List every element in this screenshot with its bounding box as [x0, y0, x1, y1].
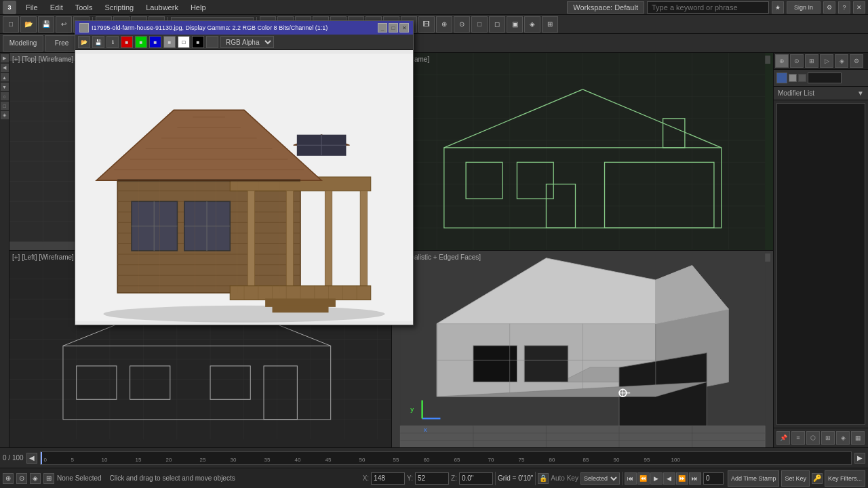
set-key-btn[interactable]: Set Key: [781, 470, 810, 487]
rp-mesh-icon[interactable]: ⬡: [806, 431, 820, 445]
menu-tools[interactable]: Tools: [70, 2, 98, 13]
rp-tab-hierarchy[interactable]: ⊞: [805, 54, 818, 68]
menu-scripting[interactable]: Scripting: [99, 2, 139, 13]
modifier-dropdown-arrow[interactable]: ▼: [857, 89, 864, 97]
lock-icon[interactable]: 🔒: [538, 473, 549, 484]
menu-file[interactable]: File: [20, 2, 43, 13]
sidebar-icon-7[interactable]: ◈: [1, 111, 9, 119]
autokey-mode-select[interactable]: Selected: [580, 472, 620, 485]
freeform-btn[interactable]: Free: [45, 35, 79, 52]
sidebar-icon-2[interactable]: ◀: [1, 64, 9, 72]
color-hex-input[interactable]: [808, 73, 842, 83]
close-app-icon[interactable]: ✕: [853, 1, 865, 14]
anim-btn[interactable]: 🎞: [418, 16, 435, 33]
go-to-start-btn[interactable]: ⏮: [625, 472, 637, 485]
rp-tab-utilities[interactable]: ⚙: [850, 54, 863, 68]
bookmark-icon[interactable]: ★: [772, 1, 784, 14]
search-input[interactable]: [647, 1, 769, 14]
next-frame-btn[interactable]: ⏩: [676, 472, 688, 485]
viewport-bottom-right[interactable]: [e] [Realistic + Edged Faces]: [392, 251, 774, 448]
dialog-gray-btn[interactable]: ■: [163, 36, 176, 48]
settings-icon[interactable]: ⚙: [823, 1, 835, 14]
dialog-green-btn[interactable]: ■: [135, 36, 147, 48]
add-time-stamp-btn[interactable]: Add Time Stamp: [728, 470, 780, 487]
color-ambient[interactable]: [776, 73, 787, 83]
save-btn[interactable]: 💾: [38, 16, 54, 33]
status-icon-4[interactable]: ⊞: [43, 473, 54, 484]
extra-btn3[interactable]: ◈: [524, 16, 540, 33]
dialog-channel-select[interactable]: RGB Alpha: [220, 36, 274, 48]
rp-wrap-icon[interactable]: ⊞: [821, 431, 835, 445]
y-input[interactable]: [415, 472, 449, 485]
dialog-white-btn[interactable]: □: [178, 36, 190, 48]
timeline: 0 / 100 ◀ 0 5 10 15 20 25 30 35 40 45 50…: [0, 447, 868, 468]
menu-help[interactable]: Help: [185, 2, 212, 13]
rp-tab-motion[interactable]: ▷: [820, 54, 833, 68]
rp-list-icon[interactable]: ≡: [791, 431, 805, 445]
viewport-top-right[interactable]: [Wireframe]: [392, 53, 774, 250]
dialog-icon: [79, 23, 89, 33]
open-btn[interactable]: 📂: [20, 16, 37, 33]
status-icon-2[interactable]: ⊙: [16, 473, 27, 484]
extra-btn2[interactable]: ▣: [507, 16, 523, 33]
color-diffuse[interactable]: [789, 74, 797, 82]
timeline-track[interactable]: 0 5 10 15 20 25 30 35 40 45 50 55 60 65 …: [40, 451, 852, 465]
tick-65: 65: [454, 457, 460, 463]
sidebar-icon-6[interactable]: □: [1, 102, 9, 110]
selection-status: None Selected: [57, 474, 102, 482]
dialog-save-btn[interactable]: 💾: [92, 36, 104, 48]
frame-input[interactable]: [703, 472, 724, 485]
x-input[interactable]: [371, 472, 405, 485]
new-btn[interactable]: □: [3, 16, 19, 33]
go-to-end-btn[interactable]: ⏭: [689, 472, 701, 485]
helper-btn[interactable]: ⊕: [436, 16, 452, 33]
status-icon-1[interactable]: ⊕: [3, 473, 14, 484]
menu-laubwerk[interactable]: Laubwerk: [140, 2, 184, 13]
prev-frame-btn[interactable]: ⏪: [637, 472, 650, 485]
rp-tab-modify[interactable]: ⊙: [790, 54, 804, 68]
key-icon[interactable]: 🔑: [812, 473, 823, 484]
z-input[interactable]: [459, 472, 493, 485]
timeline-scroll-left[interactable]: ◀: [26, 453, 37, 464]
space-btn[interactable]: □: [471, 16, 488, 33]
modifier-list-box[interactable]: [776, 103, 865, 425]
workspace-button[interactable]: Workspace: Default: [567, 1, 644, 14]
play-btn[interactable]: ▶: [650, 472, 663, 485]
modeling-btn[interactable]: Modeling: [3, 35, 43, 52]
extra-btn4[interactable]: ⊞: [542, 16, 558, 33]
dialog-open-btn[interactable]: 📂: [78, 36, 90, 48]
rp-extra-icon[interactable]: ◈: [836, 431, 850, 445]
undo-btn[interactable]: ↩: [56, 16, 72, 33]
dialog-zoom-btn[interactable]: [206, 36, 218, 48]
sign-in-button[interactable]: Sign In: [787, 1, 821, 14]
target-btn[interactable]: ⊙: [454, 16, 470, 33]
timeline-scroll-right[interactable]: ▶: [854, 453, 865, 464]
sidebar-icon-1[interactable]: ▶: [1, 54, 9, 62]
dialog-color-btn[interactable]: ■: [121, 36, 133, 48]
key-filters-btn[interactable]: Key Filters...: [825, 470, 865, 487]
color-box1[interactable]: [798, 74, 806, 82]
rp-tab-create[interactable]: ⊕: [775, 54, 789, 68]
sidebar-icon-4[interactable]: ▼: [1, 83, 9, 91]
sidebar-icon-3[interactable]: ▲: [1, 73, 9, 81]
dialog-blue-btn[interactable]: ■: [149, 36, 161, 48]
rp-extra2-icon[interactable]: ▦: [851, 431, 865, 445]
help-icon[interactable]: ?: [838, 1, 850, 14]
status-left: ⊕ ⊙ ◈ ⊞ None Selected Click and drag to …: [3, 473, 235, 484]
dialog-minimize-btn[interactable]: _: [378, 23, 387, 33]
dialog-info-btn[interactable]: ℹ: [106, 36, 119, 48]
menu-edit[interactable]: Edit: [45, 2, 68, 13]
status-icon-3[interactable]: ◈: [30, 473, 41, 484]
dialog-maximize-btn[interactable]: □: [389, 23, 398, 33]
extra-btn1[interactable]: ◻: [489, 16, 505, 33]
sidebar-icon-5[interactable]: ○: [1, 92, 9, 100]
rp-pin-icon[interactable]: 📌: [776, 431, 790, 445]
dialog-close-btn[interactable]: ✕: [399, 23, 409, 33]
play-reverse-btn[interactable]: ◀: [663, 472, 675, 485]
dialog-black-btn[interactable]: ■: [192, 36, 204, 48]
autokey-separator: [622, 472, 623, 485]
svg-rect-125: [360, 191, 367, 289]
rp-tab-display[interactable]: ◈: [835, 54, 848, 68]
tick-70: 70: [488, 457, 494, 463]
tick-80: 80: [549, 457, 555, 463]
